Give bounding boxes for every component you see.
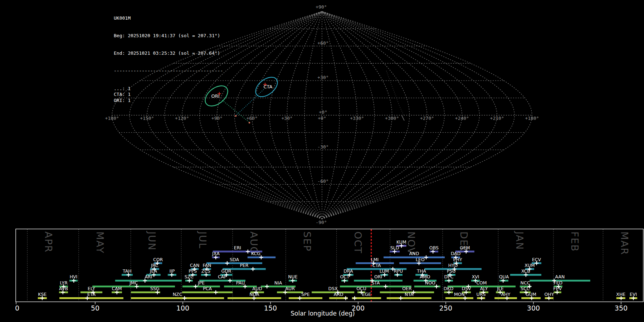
month-label: MAR bbox=[619, 231, 630, 255]
shower-label: AVB bbox=[59, 286, 68, 291]
shower-label: XUM bbox=[525, 263, 535, 268]
shower-label: ELY bbox=[88, 286, 95, 291]
shower-evi: EVI bbox=[629, 292, 637, 300]
shower-bar bbox=[131, 297, 224, 299]
shower-label: COR bbox=[153, 257, 163, 262]
shower-label: SPE bbox=[301, 292, 309, 297]
shower-bar bbox=[59, 297, 123, 299]
shower-label: COM bbox=[476, 280, 487, 286]
shower-label: ETA bbox=[87, 292, 96, 297]
shower-label: EHY bbox=[453, 257, 462, 262]
shower-zcs: ZCS bbox=[201, 268, 211, 277]
shower-label: GEM bbox=[460, 245, 470, 250]
shower-label: DRA bbox=[343, 268, 353, 274]
shower-label: OBS bbox=[429, 245, 439, 250]
shower-label: ORI bbox=[374, 274, 382, 279]
shower-label: DKD bbox=[444, 286, 453, 291]
month-label: FEB bbox=[569, 231, 580, 252]
shower-label: SDA bbox=[230, 257, 239, 262]
x-tick-label: 300 bbox=[527, 304, 540, 312]
shower-label: NTA bbox=[405, 292, 414, 297]
shower-xhe: XHE bbox=[616, 292, 625, 300]
shower-label: NDA bbox=[249, 292, 259, 297]
shower-bar bbox=[312, 292, 354, 293]
shower-qua: QUA bbox=[499, 274, 509, 283]
month-label: DEC bbox=[458, 231, 469, 254]
shower-label: FED bbox=[553, 280, 562, 286]
shower-label: PPS bbox=[189, 268, 197, 274]
shower-label: ERI bbox=[234, 245, 241, 250]
shower-cam: CAM bbox=[112, 286, 122, 294]
shower-dkd: DKD bbox=[444, 286, 453, 294]
shower-label: XHE bbox=[616, 292, 625, 297]
shower-label: STA bbox=[371, 280, 380, 286]
month-label: JAN bbox=[514, 231, 525, 250]
shower-label: HYD bbox=[448, 263, 458, 268]
x-axis-title: Solar longitude (deg) bbox=[291, 310, 355, 317]
shower-label: FEV bbox=[553, 286, 562, 291]
shower-label: EVI bbox=[630, 292, 637, 297]
shower-label: KCG bbox=[251, 251, 260, 256]
shower-sld: SLD bbox=[390, 245, 400, 254]
shower-label: ARI bbox=[145, 274, 152, 279]
shower-label: JMC bbox=[129, 280, 138, 286]
shower-label: DSX bbox=[328, 286, 338, 291]
x-tick-label: 100 bbox=[176, 304, 189, 312]
shower-label: HVI bbox=[70, 274, 78, 279]
shower-label: DSV bbox=[462, 286, 472, 291]
shower-label: PAU bbox=[236, 280, 245, 286]
shower-label: NUE bbox=[288, 274, 297, 279]
shower-label: OHY bbox=[544, 292, 554, 297]
shower-label: EGE bbox=[362, 292, 371, 297]
shower-bar bbox=[384, 257, 445, 258]
shower-fev: FEV bbox=[553, 286, 562, 294]
month-label: JUL bbox=[197, 231, 208, 249]
shower-label: MON bbox=[454, 292, 465, 297]
shower-bar bbox=[340, 286, 411, 287]
shower-label: CAP bbox=[218, 274, 227, 279]
shower-label: XCB bbox=[521, 268, 530, 274]
shower-label: AUD bbox=[252, 286, 262, 291]
x-tick-label: 0 bbox=[15, 304, 19, 312]
shower-label: JRC bbox=[151, 263, 158, 268]
shower-label: KSE bbox=[38, 292, 47, 297]
shower-label: JEA bbox=[150, 268, 157, 274]
shower-label: NIA bbox=[274, 280, 282, 286]
shower-label: OCU bbox=[356, 286, 366, 291]
shower-obs: OBS bbox=[429, 245, 439, 254]
shower-label: NZC bbox=[173, 292, 182, 297]
shower-dpc: DPC bbox=[444, 274, 454, 283]
shower-bar bbox=[277, 292, 303, 293]
x-tick-label: 150 bbox=[264, 304, 277, 312]
shower-nue: NUE bbox=[288, 274, 297, 283]
shower-label: LMI bbox=[371, 257, 379, 262]
x-tick-label: 50 bbox=[91, 304, 99, 312]
shower-label: TAH bbox=[122, 268, 132, 274]
x-tick-label: 350 bbox=[615, 304, 628, 312]
month-label: JUN bbox=[146, 231, 157, 251]
shower-label: CAN bbox=[190, 263, 200, 268]
shower-label: QUA bbox=[499, 274, 509, 279]
shower-label: CTA bbox=[372, 263, 381, 268]
shower-avb: AVB bbox=[59, 286, 68, 294]
shower-oct: OCT bbox=[340, 274, 350, 283]
shower-rpu: RPU bbox=[394, 268, 403, 277]
meteor-activity-figure: UK001M Beg: 20251020 19:41:37 (sol = 207… bbox=[0, 0, 644, 322]
shower-szc: SZC bbox=[185, 274, 194, 283]
shower-ohy: OHY bbox=[544, 292, 554, 300]
shower-iip: IIP bbox=[168, 268, 176, 277]
shower-label: LEO bbox=[416, 257, 425, 262]
shower-bar bbox=[182, 292, 233, 293]
shower-bar bbox=[387, 297, 431, 299]
shower-ege: EGE bbox=[352, 292, 381, 300]
shower-label: GDR bbox=[221, 268, 231, 274]
shower-label: AMO bbox=[420, 274, 430, 279]
shower-xcb: XCB bbox=[510, 268, 541, 277]
shower-tah: TAH bbox=[122, 268, 133, 277]
shower-label: JLE bbox=[497, 286, 504, 291]
shower-label: CAM bbox=[112, 286, 122, 291]
shower-bar bbox=[445, 297, 473, 299]
shower-urs: URS bbox=[477, 292, 486, 300]
shower-label: DAD bbox=[451, 251, 461, 256]
shower-label: AHY bbox=[501, 292, 511, 297]
